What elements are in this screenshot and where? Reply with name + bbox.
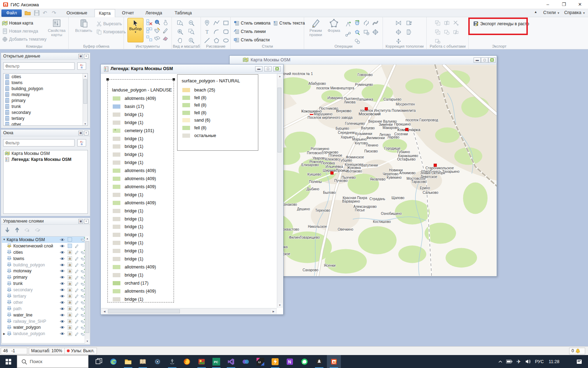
lock-icon[interactable] bbox=[68, 275, 72, 280]
scroll-down-icon[interactable]: ▼ bbox=[83, 122, 88, 126]
lock-icon[interactable] bbox=[68, 332, 72, 336]
editable-checkbox-icon[interactable] bbox=[68, 237, 72, 242]
edit-pencil-icon[interactable] bbox=[75, 288, 79, 292]
rrect-icon[interactable] bbox=[223, 29, 230, 36]
legend-entry[interactable]: остальные bbox=[182, 132, 216, 139]
panel-float-icon[interactable]: ▣ bbox=[78, 131, 83, 135]
taskbar-pycharm-icon[interactable]: PC bbox=[209, 355, 223, 368]
legend-minimize-icon[interactable]: ▬ bbox=[255, 66, 262, 71]
move-icon[interactable] bbox=[372, 29, 379, 36]
window-item[interactable]: Карта Москвы OSM bbox=[4, 150, 88, 156]
layer-row-secondary[interactable]: secondary bbox=[2, 287, 85, 293]
tab-Таблица[interactable]: Таблица bbox=[170, 9, 196, 17]
edit-pencil-icon[interactable] bbox=[75, 250, 79, 254]
visibility-eye-icon[interactable] bbox=[60, 300, 65, 305]
edit-pencil-icon[interactable] bbox=[75, 319, 79, 323]
topo-d-icon[interactable] bbox=[406, 29, 413, 36]
taskbar-gis-icon[interactable] bbox=[268, 355, 282, 368]
scroll-thumb[interactable] bbox=[108, 309, 180, 313]
undo-icon[interactable]: ↶ bbox=[43, 10, 50, 16]
shape-button[interactable]: Форма bbox=[326, 19, 342, 33]
open-data-filter-input[interactable] bbox=[3, 62, 75, 70]
selection-handle[interactable] bbox=[173, 78, 175, 81]
lock-icon[interactable] bbox=[68, 288, 72, 292]
legend-entry[interactable]: bridge (1) bbox=[113, 119, 144, 126]
s-arr-icon[interactable] bbox=[363, 20, 370, 27]
start-button[interactable] bbox=[0, 355, 17, 368]
help-menu[interactable]: Справка ▼ bbox=[564, 10, 585, 15]
open-data-item-secondary[interactable]: secondary bbox=[4, 109, 88, 115]
window-close-button[interactable]: ✕ bbox=[572, 0, 588, 9]
taskbar-locker-icon[interactable] bbox=[150, 355, 164, 368]
battery-icon[interactable] bbox=[505, 355, 514, 368]
polyline-icon[interactable] bbox=[214, 20, 220, 27]
obj-e-icon[interactable] bbox=[444, 29, 451, 36]
arc-icon[interactable] bbox=[214, 29, 220, 36]
language-indicator[interactable]: РУС bbox=[533, 355, 545, 368]
edit-pencil-icon[interactable] bbox=[75, 306, 79, 311]
lock-icon[interactable] bbox=[68, 319, 72, 323]
edit-mode-button[interactable]: Режим правки bbox=[307, 19, 324, 37]
panel-float-icon[interactable]: ▣ bbox=[78, 219, 83, 224]
marquee-icon[interactable] bbox=[146, 27, 153, 34]
open-data-item-towns[interactable]: towns bbox=[4, 80, 88, 86]
nodes-indicator[interactable]: Узлы: Выкл. bbox=[64, 348, 97, 354]
add-thematic-button[interactable]: Добавить тематику bbox=[2, 36, 47, 42]
lock-icon[interactable] bbox=[68, 313, 72, 317]
obj-c-icon[interactable] bbox=[453, 20, 460, 27]
legend-entry[interactable]: bridge (1) bbox=[113, 151, 144, 158]
select-tool-button[interactable]: Выбор ▼ bbox=[127, 18, 144, 42]
info-icon[interactable]: i bbox=[154, 19, 161, 26]
editable-checkbox-icon[interactable] bbox=[68, 244, 72, 248]
paste-button[interactable]: Вставить bbox=[75, 19, 93, 33]
worm-icon[interactable] bbox=[372, 20, 379, 27]
edit-pencil-icon[interactable] bbox=[75, 275, 79, 280]
collapse-ribbon-icon[interactable]: ▲ bbox=[534, 10, 537, 14]
legend-entry[interactable]: fell (8) bbox=[182, 124, 206, 131]
layer-row-landuse_polygon[interactable]: ▶landuse_polygon bbox=[2, 330, 85, 337]
taskbar-intellij-icon[interactable]: IJ bbox=[253, 355, 267, 368]
legend-entry[interactable]: bridge (1) bbox=[113, 223, 144, 230]
layer-move-up-icon[interactable] bbox=[14, 227, 20, 233]
lock-icon[interactable] bbox=[68, 263, 72, 267]
layer-check-icon[interactable] bbox=[35, 227, 40, 233]
cut-button[interactable]: Вырезать bbox=[96, 21, 122, 27]
scroll-right-icon[interactable]: ▶ bbox=[271, 309, 276, 314]
panel-close-icon[interactable]: × bbox=[84, 219, 89, 224]
taskbar-meet-icon[interactable] bbox=[239, 355, 253, 368]
legend-entry[interactable]: fell (8) bbox=[182, 94, 206, 101]
poly-rot-icon[interactable] bbox=[354, 20, 361, 27]
zoom-rect-icon[interactable] bbox=[188, 29, 195, 36]
taskbar-search[interactable]: Поиск bbox=[17, 355, 89, 368]
marquee2-icon[interactable] bbox=[146, 35, 153, 42]
visibility-eye-icon[interactable] bbox=[60, 275, 65, 280]
topo-c-icon[interactable] bbox=[396, 29, 402, 36]
topo-a-icon[interactable] bbox=[396, 20, 402, 27]
rect-plus-icon[interactable] bbox=[363, 29, 370, 36]
panel-float-icon[interactable]: ▣ bbox=[78, 54, 83, 59]
edit-pencil-icon[interactable] bbox=[75, 332, 79, 336]
visibility-eye-icon[interactable] bbox=[60, 313, 65, 318]
speaker-icon[interactable] bbox=[524, 355, 533, 368]
visibility-eye-icon[interactable] bbox=[60, 319, 65, 324]
layer-row-primary[interactable]: primary bbox=[2, 274, 85, 280]
poly-blue-icon[interactable] bbox=[354, 29, 361, 36]
open-data-item-primary[interactable]: primary bbox=[4, 97, 88, 103]
obj-f-icon[interactable] bbox=[453, 29, 460, 36]
lock-icon[interactable] bbox=[68, 256, 72, 261]
node-plus-icon[interactable] bbox=[345, 21, 352, 28]
scroll-thumb[interactable] bbox=[85, 241, 89, 333]
visibility-eye-icon[interactable] bbox=[60, 256, 65, 261]
legend-close-icon[interactable]: ❎ bbox=[273, 66, 281, 71]
zoom-out-icon[interactable] bbox=[188, 20, 195, 27]
window-minimize-button[interactable]: – bbox=[540, 0, 556, 9]
panel-close-icon[interactable]: × bbox=[84, 54, 89, 59]
layer-row-tertiary[interactable]: tertiary bbox=[2, 293, 85, 299]
area-style-button[interactable]: Стиль области bbox=[234, 37, 270, 43]
layer-row-motorway[interactable]: motorway bbox=[2, 268, 85, 274]
edit-pencil-icon[interactable] bbox=[75, 294, 79, 298]
legend-window-titlebar[interactable]: Легенда: Карта Москвы OSM ▬ ◻ ❎ bbox=[101, 64, 283, 74]
legend-entry[interactable]: orchard (17) bbox=[113, 280, 148, 287]
expand-icon[interactable]: ▶ bbox=[2, 332, 7, 335]
notification-center-icon[interactable] bbox=[574, 355, 584, 368]
